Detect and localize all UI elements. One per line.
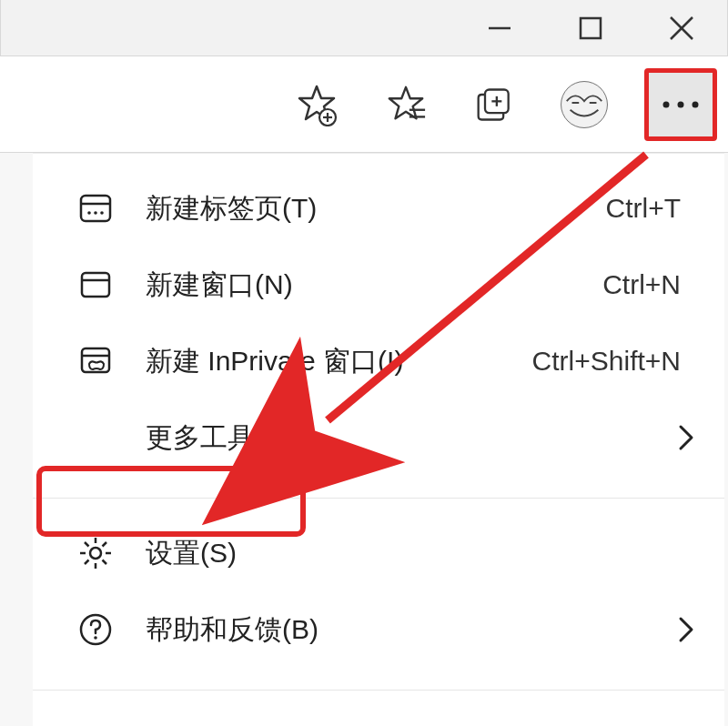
menu-item-new-tab[interactable]: 新建标签页(T) Ctrl+T [33,170,724,247]
gear-icon [76,534,115,572]
maximize-button[interactable] [545,0,636,55]
close-button[interactable] [636,0,727,55]
svg-point-19 [94,211,97,215]
menu-section-3: 关闭 Microsoft Edge (C) [33,691,724,726]
svg-point-14 [678,101,684,107]
menu-item-new-inprivate[interactable]: 新建 InPrivate 窗口(I) Ctrl+Shift+N [33,323,724,399]
svg-point-15 [693,101,699,107]
more-horizontal-icon [661,99,701,110]
svg-rect-21 [82,273,109,297]
menu-item-settings[interactable]: 设置(S) [33,515,724,591]
menu-item-shortcut: Ctrl+Shift+N [532,346,681,377]
menu-section-1: 新建标签页(T) Ctrl+T 新建窗口(N) Ctrl+N [33,154,724,499]
new-tab-icon [76,189,115,227]
menu-item-more-tools[interactable]: 更多工具(L) [33,399,724,476]
profile-avatar-icon [561,81,608,128]
menu-item-shortcut: Ctrl+N [602,269,681,300]
menu-item-close-edge[interactable]: 关闭 Microsoft Edge (C) [33,707,724,726]
profile-button[interactable] [555,76,613,134]
menu-item-label: 更多工具(L) [146,419,675,457]
menu-section-2: 设置(S) 帮助和反馈(B) [33,499,724,691]
menu-item-label: 新建窗口(N) [146,267,602,304]
favorites-list-icon [385,84,427,126]
svg-rect-1 [581,18,601,38]
more-options-button[interactable] [644,68,717,141]
maximize-icon [578,15,603,41]
menu-item-label: 帮助和反馈(B) [146,611,675,649]
svg-rect-16 [81,196,110,221]
menu-item-label: 新建 InPrivate 窗口(I) [146,343,532,380]
collections-icon [475,85,515,125]
svg-point-35 [94,636,97,640]
menu-item-label: 设置(S) [146,535,697,572]
menu-item-help[interactable]: 帮助和反馈(B) [33,591,724,668]
svg-point-13 [663,101,670,107]
svg-point-12 [562,82,606,126]
svg-line-31 [103,560,107,565]
chevron-right-icon [675,424,697,451]
star-plus-icon [295,83,339,126]
menu-item-shortcut: Ctrl+T [606,193,682,224]
minimize-button[interactable] [454,0,545,55]
add-favorite-button[interactable] [288,76,346,134]
help-icon [76,610,115,649]
favorites-button[interactable] [377,76,435,134]
menu-item-new-window[interactable]: 新建窗口(N) Ctrl+N [33,247,724,323]
minimize-icon [487,15,512,41]
chevron-right-icon [675,616,697,643]
close-icon [668,15,695,42]
svg-line-33 [85,560,89,565]
browser-toolbar [0,56,728,153]
new-window-icon [76,266,115,304]
window-titlebar [0,0,728,56]
collections-button[interactable] [466,76,524,134]
svg-line-30 [85,542,89,547]
more-options-menu: 新建标签页(T) Ctrl+T 新建窗口(N) Ctrl+N [33,153,724,726]
menu-item-label: 新建标签页(T) [146,190,606,227]
inprivate-icon [76,342,115,380]
svg-line-32 [103,542,107,547]
svg-point-25 [90,548,101,559]
svg-point-18 [87,211,91,215]
svg-point-20 [100,211,104,215]
